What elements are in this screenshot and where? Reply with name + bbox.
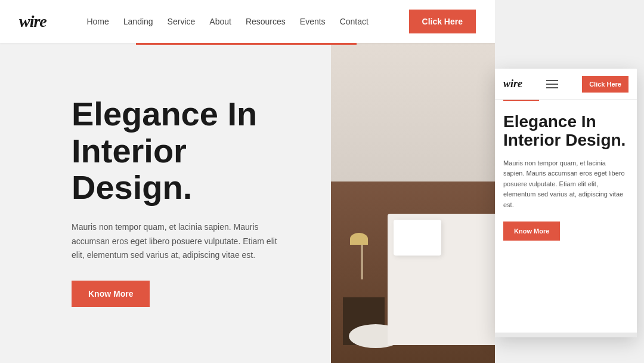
nav-item-contact[interactable]: Contact <box>340 16 369 27</box>
hero-title: Elegance In Interior Design. <box>72 96 310 206</box>
nav-item-about[interactable]: About <box>209 16 231 27</box>
hamburger-line-2 <box>546 84 558 85</box>
navbar-accent-line <box>136 43 357 45</box>
mobile-preview-panel: wire Click Here Elegance In Interior Des… <box>495 69 637 337</box>
mobile-know-more-button[interactable]: Know More <box>503 222 560 241</box>
nav-item-events[interactable]: Events <box>300 16 326 27</box>
nav-link-events[interactable]: Events <box>300 17 326 26</box>
hero-image-area <box>331 0 495 363</box>
nav-cta-button[interactable]: Click Here <box>409 10 476 33</box>
hero-description: Mauris non tempor quam, et lacinia sapie… <box>72 220 286 263</box>
mobile-logo: wire <box>503 78 522 90</box>
nav-item-home[interactable]: Home <box>86 16 109 27</box>
nav-item-landing[interactable]: Landing <box>123 16 153 27</box>
logo: wire <box>19 12 47 31</box>
mobile-hero-content: Elegance In Interior Design. Mauris non … <box>495 101 637 253</box>
mobile-bottom-bar <box>495 333 637 337</box>
hero-content: Elegance In Interior Design. Mauris non … <box>72 96 310 307</box>
hero-know-more-button[interactable]: Know More <box>72 281 150 307</box>
nav-link-home[interactable]: Home <box>86 17 109 26</box>
nav-links: Home Landing Service About Resources Eve… <box>86 16 368 27</box>
lamp-stand <box>361 244 363 279</box>
mobile-hero-description: Mauris non tempor quam, et lacinia sapie… <box>503 158 628 211</box>
nav-item-service[interactable]: Service <box>168 16 196 27</box>
mobile-navbar: wire Click Here <box>495 69 637 100</box>
nav-link-resources[interactable]: Resources <box>246 17 286 26</box>
mobile-cta-button[interactable]: Click Here <box>582 76 628 93</box>
navbar: wire Home Landing Service About Resource… <box>0 0 495 43</box>
lamp-head <box>350 233 368 245</box>
nav-link-contact[interactable]: Contact <box>340 17 369 26</box>
bed-pillow <box>394 220 441 256</box>
hamburger-line-1 <box>546 80 558 81</box>
nav-link-service[interactable]: Service <box>168 17 196 26</box>
mobile-hero-title: Elegance In Interior Design. <box>503 113 628 150</box>
hamburger-menu-button[interactable] <box>546 80 558 88</box>
nav-item-resources[interactable]: Resources <box>246 16 286 27</box>
nav-link-about[interactable]: About <box>209 17 231 26</box>
bedroom-scene <box>331 0 495 363</box>
bed <box>388 214 495 345</box>
hamburger-line-3 <box>546 87 558 88</box>
desktop-view: wire Home Landing Service About Resource… <box>0 0 495 363</box>
nav-link-landing[interactable]: Landing <box>123 17 153 26</box>
